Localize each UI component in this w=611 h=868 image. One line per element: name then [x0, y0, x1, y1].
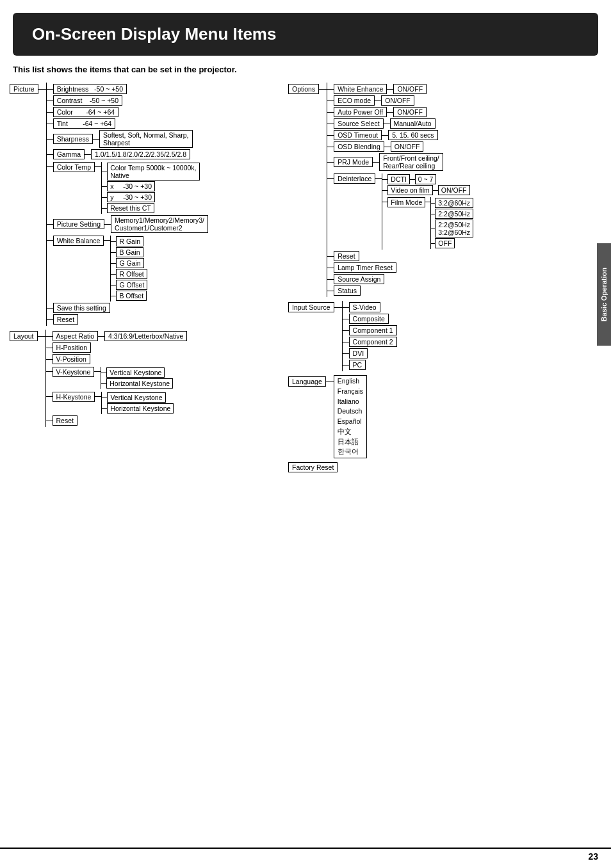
tint-label: Tint -64 ~ +64	[53, 118, 115, 129]
white-balance-label: White Balance	[53, 236, 104, 246]
page-number: 23	[588, 851, 598, 862]
prj-mode: PRJ Mode	[334, 157, 373, 167]
input-source-items: S-Video Composite Component 1 Component …	[342, 301, 397, 371]
deinterlace-label: Deinterlace	[334, 173, 375, 184]
options-reset: Reset	[334, 251, 359, 261]
lamp-timer-reset: Lamp Timer Reset	[334, 262, 396, 273]
main-content: Picture Brightness -50 ~ +50 Contrast -5…	[0, 79, 611, 476]
video-on-film-value: ON/OFF	[438, 185, 470, 195]
brightness-label: Brightness -50 ~ +50	[53, 84, 127, 94]
source-select-value: Manual/Auto	[390, 118, 436, 129]
component1: Component 1	[349, 325, 397, 335]
contrast-label: Contrast -50 ~ +50	[53, 95, 122, 106]
options-label: Options	[288, 84, 319, 94]
page-title: On-Screen Display Menu Items	[32, 24, 579, 44]
left-section: Picture Brightness -50 ~ +50 Contrast -5…	[10, 83, 285, 472]
composite: Composite	[349, 314, 389, 324]
eco-mode-value: ON/OFF	[381, 95, 414, 106]
eco-mode: ECO mode	[334, 95, 375, 106]
status: Status	[334, 285, 361, 296]
picture-group: Picture Brightness -50 ~ +50 Contrast -5…	[10, 83, 285, 326]
colortemp-y: y -30 ~ +30	[107, 192, 155, 202]
r-gain: R Gain	[116, 236, 143, 246]
save-setting: Save this setting	[53, 303, 110, 313]
dvi: DVI	[349, 348, 368, 358]
r-offset: R Offset	[116, 269, 147, 279]
colortemp-range: Color Temp 5000k ~ 10000k,Native	[107, 163, 199, 181]
colortemp-reset: Reset this CT	[107, 203, 154, 213]
picture-setting-value: Memory1/Memory2/Memory3/Customer1/Custom…	[111, 215, 208, 233]
film-mode-3: 2:2@50Hz3:2@60Hz	[435, 220, 473, 237]
header: On-Screen Display Menu Items	[13, 13, 598, 56]
picture-reset: Reset	[53, 314, 78, 325]
language-group: Language EnglishFrançaisItalianoDeutschE…	[288, 375, 601, 458]
language-value: EnglishFrançaisItalianoDeutschEspañol中文日…	[334, 375, 367, 458]
white-enhance-value: ON/OFF	[393, 84, 427, 94]
white-enhance: White Enhance	[334, 84, 387, 94]
picture-items: Brightness -50 ~ +50 Contrast -50 ~ +50 …	[46, 83, 208, 326]
sidebar-tab-label: Basic Operation	[600, 268, 608, 321]
v-keystone-vertical: Vertical Keystone	[106, 367, 165, 378]
aspect-ratio-label: Aspect Ratio	[53, 331, 99, 341]
osd-timeout: OSD Timeout	[334, 130, 382, 140]
film-mode-2: 2:2@50Hz	[435, 209, 473, 219]
b-offset: B Offset	[116, 291, 147, 301]
g-offset: G Offset	[116, 280, 147, 290]
input-source-group: Input Source S-Video Composite Component…	[288, 301, 601, 371]
film-mode-4: OFF	[435, 238, 455, 248]
right-section: Options White Enhance ON/OFF ECO mode	[288, 83, 601, 472]
layout-items: Aspect Ratio 4:3/16:9/Letterbox/Native H…	[45, 330, 188, 427]
dcti-value: 0 ~ 7	[415, 174, 437, 184]
layout-label: Layout	[10, 331, 38, 341]
source-assign: Source Assign	[334, 274, 384, 284]
sharpness-label: Sharpness	[53, 134, 93, 144]
picture-setting-label: Picture Setting	[53, 219, 104, 229]
page-wrapper: On-Screen Display Menu Items This list s…	[0, 13, 611, 476]
auto-power-off-value: ON/OFF	[393, 107, 427, 117]
osd-timeout-value: 5. 15. 60 secs	[388, 130, 437, 140]
pc: PC	[349, 360, 366, 370]
sidebar-tab: Basic Operation	[597, 243, 611, 346]
gamma-value: 1.0/1.5/1.8/2.0/2.2/2.35/2.5/2.8	[91, 149, 190, 159]
h-keystone-vertical: Vertical Keystone	[107, 392, 165, 403]
layout-group: Layout Aspect Ratio 4:3/16:9/Letterbox/N…	[10, 330, 285, 427]
options-items: White Enhance ON/OFF ECO mode ON/OFF	[327, 83, 473, 297]
auto-power-off: Auto Power Off	[334, 107, 387, 117]
input-source-label: Input Source	[288, 302, 334, 312]
s-video: S-Video	[349, 302, 380, 312]
prj-mode-value: Front/Front ceiling/Rear/Rear ceiling	[379, 153, 443, 171]
source-select: Source Select	[334, 118, 383, 129]
v-position: V-Position	[53, 354, 90, 364]
dcti-label: DCTI	[387, 174, 410, 184]
b-gain: B Gain	[116, 247, 143, 257]
video-on-film: Video on film	[387, 185, 433, 195]
h-position: H-Position	[53, 342, 91, 353]
aspect-ratio-value: 4:3/16:9/Letterbox/Native	[104, 331, 187, 341]
v-keystone-horizontal: Horizontal Keystone	[106, 378, 173, 389]
osd-blending-value: ON/OFF	[391, 141, 424, 152]
layout-reset: Reset	[53, 415, 77, 426]
factory-reset-label: Factory Reset	[288, 462, 338, 472]
gamma-label: Gamma	[53, 149, 85, 159]
film-mode-label: Film Mode	[387, 197, 425, 207]
osd-blending: OSD Blending	[334, 141, 384, 152]
colortemp-label: Color Temp	[53, 162, 95, 172]
v-keystone-label: V-Keystone	[53, 367, 95, 377]
colortemp-x: x -30 ~ +30	[107, 181, 155, 191]
sharpness-value: Softest, Soft, Normal, Sharp,Sharpest	[99, 130, 193, 148]
options-group: Options White Enhance ON/OFF ECO mode	[288, 83, 601, 297]
language-label: Language	[288, 376, 326, 387]
bottom-border	[0, 848, 611, 849]
h-keystone-label: H-Keystone	[53, 392, 95, 402]
film-mode-1: 3:2@60Hz	[435, 198, 473, 208]
g-gain: G Gain	[116, 258, 143, 268]
color-label: Color -64 ~ +64	[53, 107, 118, 117]
component2: Component 2	[349, 337, 397, 347]
picture-label: Picture	[10, 84, 38, 94]
factory-reset-group: Factory Reset	[288, 462, 601, 472]
h-keystone-horizontal: Horizontal Keystone	[107, 403, 174, 414]
subtitle: This list shows the items that can be se…	[0, 56, 611, 79]
